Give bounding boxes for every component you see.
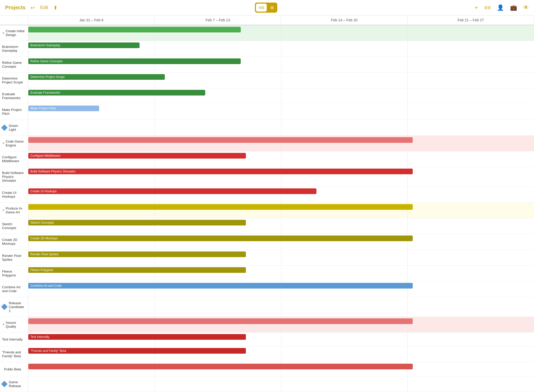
task-bar-19[interactable]: Test Internally bbox=[28, 334, 246, 340]
milestone-text: Green Light bbox=[9, 124, 26, 132]
bar-area-16: Combine Art and Code bbox=[28, 281, 534, 297]
edit-button[interactable]: Edit bbox=[40, 5, 48, 10]
add-icon[interactable]: + bbox=[475, 4, 478, 11]
row-label-2: Refine Game Concepts bbox=[0, 57, 28, 73]
row-label-11[interactable]: ▼Produce In-Game Art bbox=[0, 203, 28, 218]
row-label-text: Assure Quality bbox=[6, 321, 26, 328]
milestone-label-6: Green Light bbox=[0, 120, 28, 136]
row-label-14: Render Pixel Sprites bbox=[0, 250, 28, 266]
list-view-button[interactable]: ≡⊟ bbox=[256, 4, 267, 12]
bar-area-0 bbox=[28, 25, 534, 41]
collapse-arrow-icon[interactable]: ▼ bbox=[2, 142, 5, 145]
task-bar-15[interactable]: Fleece Polygons bbox=[28, 267, 246, 273]
bar-area-11 bbox=[28, 203, 534, 218]
milestone-bar-area-17 bbox=[28, 297, 534, 317]
row-label-5: Make Project Pitch bbox=[0, 104, 28, 120]
bar-area-5: Make Project Pitch bbox=[28, 104, 534, 120]
gantt-container: Jan 31 – Feb 6 Feb 7 – Feb 13 Feb 14 – F… bbox=[0, 15, 534, 392]
collapse-arrow-icon[interactable]: ▼ bbox=[2, 32, 5, 34]
row-label-3: Determine Project Scope bbox=[0, 73, 28, 88]
task-bar-10[interactable]: Create UI Hookups bbox=[28, 188, 316, 194]
gantt-body: ▼Create Initial DesignBrainstorm Gamepla… bbox=[0, 25, 534, 392]
bar-area-3: Determine Project Scope bbox=[28, 73, 534, 88]
milestone-label-22: Game Release bbox=[0, 376, 28, 392]
row-label-1: Brainstorm Gameplay bbox=[0, 41, 28, 57]
task-bar-1[interactable]: Brainstorm Gameplay bbox=[28, 42, 140, 48]
task-bar-8[interactable]: Configure Middleware bbox=[28, 153, 246, 159]
row-label-9: Build Software Physics Simulator bbox=[0, 167, 28, 187]
standalone-label-21: Public Beta bbox=[0, 362, 28, 376]
task-bar-0[interactable] bbox=[28, 27, 241, 32]
week-header-2: Feb 7 – Feb 13 bbox=[155, 15, 281, 25]
bar-area-1: Brainstorm Gameplay bbox=[28, 41, 534, 57]
label-column-header bbox=[0, 15, 28, 25]
standalone-bar-area-21[interactable] bbox=[28, 362, 534, 376]
week-header-3: Feb 14 – Feb 20 bbox=[281, 15, 408, 25]
bar-area-14: Render Pixel Sprites bbox=[28, 250, 534, 266]
row-label-15: Fleece Polygons bbox=[0, 266, 28, 281]
bar-area-2: Refine Game Concepts bbox=[28, 57, 534, 73]
collapse-arrow-icon[interactable]: ▼ bbox=[2, 323, 5, 326]
bar-area-12: Sketch Concepts bbox=[28, 218, 534, 234]
row-label-text: Configure Middleware bbox=[2, 155, 26, 163]
bar-area-20: "Friends and Family" Beta bbox=[28, 346, 534, 362]
app-title[interactable]: Projects bbox=[5, 5, 25, 11]
task-bar-13[interactable]: Create 2D Mockups bbox=[28, 236, 413, 241]
collapse-arrow-icon[interactable]: ▼ bbox=[2, 209, 5, 212]
toolbar: Projects ↩ Edit ⬆ ≡⊟ ⊞ + ≡≡ 👤 💼 👁 bbox=[0, 0, 534, 15]
view-toggle-group: ≡⊟ ⊞ bbox=[58, 3, 475, 13]
row-label-text: Code Game Engine bbox=[6, 140, 26, 147]
row-label-text: Make Project Pitch bbox=[2, 108, 26, 116]
task-bar-12[interactable]: Sketch Concepts bbox=[28, 220, 246, 225]
bar-area-13: Create 2D Mockups bbox=[28, 234, 534, 250]
briefcase-icon[interactable]: 💼 bbox=[510, 4, 517, 11]
milestone-diamond-icon bbox=[1, 381, 7, 387]
row-label-text: Test Internally bbox=[2, 337, 23, 341]
eye-icon[interactable]: 👁 bbox=[523, 4, 529, 11]
bar-area-4: Evaluate Frameworks bbox=[28, 88, 534, 104]
bar-area-9: Build Software Physics Simulator bbox=[28, 167, 534, 187]
row-label-13: Create 2D Mockups bbox=[0, 234, 28, 250]
row-label-text: Create UI Hookups bbox=[2, 191, 26, 198]
row-label-text: Build Software Physics Simulator bbox=[2, 171, 26, 182]
bar-area-18 bbox=[28, 317, 534, 333]
milestone-bar-area-22 bbox=[28, 376, 534, 392]
task-bar-7[interactable] bbox=[28, 137, 413, 143]
milestone-text: Game Release bbox=[9, 380, 26, 388]
milestone-label-17: Release Candidate 1 bbox=[0, 297, 28, 317]
milestone-diamond-icon bbox=[1, 124, 7, 131]
row-label-18[interactable]: ▼Assure Quality bbox=[0, 317, 28, 333]
row-label-text: Sketch Concepts bbox=[2, 222, 26, 230]
standalone-bar-21[interactable] bbox=[28, 364, 413, 369]
grid-view-button[interactable]: ⊞ bbox=[268, 4, 276, 12]
row-label-12: Sketch Concepts bbox=[0, 218, 28, 234]
filter-icon[interactable]: ≡≡ bbox=[484, 4, 491, 11]
row-label-text: "Friends and Family" Beta bbox=[2, 350, 26, 358]
bar-area-10: Create UI Hookups bbox=[28, 187, 534, 203]
week-header-1: Jan 31 – Feb 6 bbox=[28, 15, 155, 25]
row-label-text: Create Initial Design bbox=[6, 29, 26, 37]
gantt-header: Jan 31 – Feb 6 Feb 7 – Feb 13 Feb 14 – F… bbox=[0, 15, 534, 25]
task-bar-4[interactable]: Evaluate Frameworks bbox=[28, 90, 205, 95]
task-bar-9[interactable]: Build Software Physics Simulator bbox=[28, 169, 413, 174]
row-label-20: "Friends and Family" Beta bbox=[0, 346, 28, 362]
task-bar-16[interactable]: Combine Art and Code bbox=[28, 283, 413, 289]
row-label-19: Test Internally bbox=[0, 333, 28, 346]
toolbar-left: Projects ↩ Edit ⬆ bbox=[5, 5, 58, 11]
bar-area-8: Configure Middleware bbox=[28, 151, 534, 167]
task-bar-18[interactable] bbox=[28, 318, 413, 324]
task-bar-14[interactable]: Render Pixel Sprites bbox=[28, 251, 246, 257]
view-toggle: ≡⊟ ⊞ bbox=[255, 3, 277, 13]
back-icon[interactable]: ↩ bbox=[31, 5, 35, 11]
share-icon[interactable]: ⬆ bbox=[53, 5, 58, 11]
task-bar-5[interactable]: Make Project Pitch bbox=[28, 106, 99, 111]
task-bar-11[interactable] bbox=[28, 204, 413, 210]
task-bar-2[interactable]: Refine Game Concepts bbox=[28, 58, 241, 64]
row-label-text: Combine Art and Code bbox=[2, 285, 26, 293]
user-icon[interactable]: 👤 bbox=[497, 4, 504, 11]
task-bar-3[interactable]: Determine Project Scope bbox=[28, 74, 165, 80]
task-bar-20[interactable]: "Friends and Family" Beta bbox=[28, 348, 246, 354]
row-label-7[interactable]: ▼Code Game Engine bbox=[0, 136, 28, 151]
row-label-10: Create UI Hookups bbox=[0, 187, 28, 203]
row-label-0[interactable]: ▼Create Initial Design bbox=[0, 25, 28, 41]
